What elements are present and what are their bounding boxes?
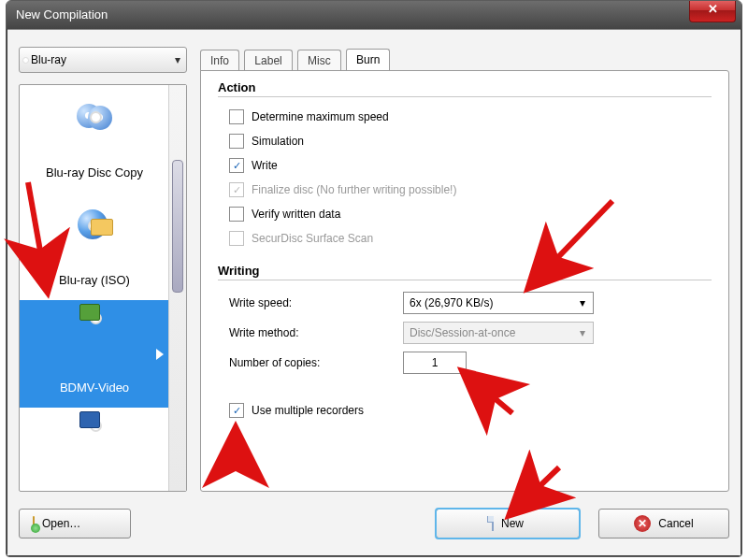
write-speed-label: Write speed: xyxy=(229,296,403,309)
write-speed-value: 6x (26,970 KB/s) xyxy=(410,296,493,309)
cancel-icon: ✕ xyxy=(634,515,651,532)
checkbox-use-multiple-recorders[interactable]: ✓Use multiple recorders xyxy=(229,398,712,423)
number-of-copies-label: Number of copies: xyxy=(229,356,403,369)
tab-info[interactable]: Info xyxy=(200,50,239,71)
disc-type-dropdown[interactable]: Blu-ray ▾ xyxy=(19,47,187,73)
selection-arrow-icon xyxy=(156,349,164,360)
list-item[interactable]: AVCHD(TM) video xyxy=(20,408,169,491)
checkbox-icon xyxy=(229,109,244,124)
window-title: New Compilation xyxy=(7,7,108,22)
list-item[interactable]: Blu-ray (ISO) xyxy=(20,193,169,300)
close-button[interactable]: ✕ xyxy=(689,1,736,22)
writing-heading: Writing xyxy=(218,264,712,278)
checkbox-verify-written-data[interactable]: Verify written data xyxy=(229,202,712,226)
checkbox-label: Write xyxy=(252,159,278,172)
checkbox-securdisc-scan: SecurDisc Surface Scan xyxy=(229,226,712,251)
checkbox-icon xyxy=(229,207,244,222)
checkbox-label: Use multiple recorders xyxy=(252,404,364,417)
client-area: Blu-ray ▾ Blu-ray Disc Copy Blu-ray (ISO… xyxy=(7,29,741,555)
write-speed-dropdown[interactable]: 6x (26,970 KB/s) ▾ xyxy=(403,292,594,314)
checkbox-label: Simulation xyxy=(252,135,304,148)
checkbox-label: Determine maximum speed xyxy=(252,110,389,123)
write-method-value: Disc/Session-at-once xyxy=(410,326,515,339)
divider xyxy=(218,96,712,97)
button-bar: Open… New ✕ Cancel xyxy=(19,503,729,544)
new-page-icon xyxy=(492,517,494,530)
tab-page-burn: Action Determine maximum speed Simulatio… xyxy=(200,70,729,492)
list-item-selected[interactable]: BDMV-Video xyxy=(20,300,169,408)
checkbox-label: SecurDisc Surface Scan xyxy=(252,232,373,245)
checkbox-icon xyxy=(229,231,244,246)
open-button[interactable]: Open… xyxy=(19,509,131,538)
list-item-label: AVCHD(TM) video xyxy=(20,488,169,491)
new-button[interactable]: New xyxy=(436,509,580,538)
list-item[interactable]: Blu-ray Disc Copy xyxy=(20,85,169,193)
checkbox-finalize-disc: ✓Finalize disc (No further writing possi… xyxy=(229,178,712,202)
window-frame: New Compilation ✕ Blu-ray ▾ Blu-ray Disc… xyxy=(6,0,742,557)
number-of-copies-input[interactable]: 1 xyxy=(403,352,467,374)
write-method-label: Write method: xyxy=(229,326,403,339)
checkbox-icon: ✓ xyxy=(229,403,244,418)
disc-copy-icon xyxy=(20,102,169,130)
cancel-button-label: Cancel xyxy=(658,517,693,530)
chevron-down-icon: ▾ xyxy=(574,294,591,311)
tab-burn[interactable]: Burn xyxy=(346,49,390,71)
checkbox-determine-max-speed[interactable]: Determine maximum speed xyxy=(229,105,712,129)
list-item-label: Blu-ray Disc Copy xyxy=(20,165,169,179)
checkbox-label: Verify written data xyxy=(252,208,340,221)
write-method-dropdown: Disc/Session-at-once ▾ xyxy=(403,322,594,344)
folder-open-icon xyxy=(33,517,35,530)
checkbox-write[interactable]: ✓Write xyxy=(229,153,712,178)
checkbox-icon: ✓ xyxy=(229,182,244,197)
chevron-down-icon: ▾ xyxy=(169,53,186,66)
tab-misc[interactable]: Misc xyxy=(297,50,341,71)
scrollbar[interactable] xyxy=(168,85,186,491)
disc-iso-icon xyxy=(20,209,169,241)
divider xyxy=(218,280,712,280)
compilation-type-list: Blu-ray Disc Copy Blu-ray (ISO) BDMV-Vid… xyxy=(19,84,187,492)
list-item-label: Blu-ray (ISO) xyxy=(20,273,169,287)
close-icon: ✕ xyxy=(708,2,718,16)
new-button-label: New xyxy=(501,517,524,530)
action-heading: Action xyxy=(218,80,712,94)
tab-strip: Info Label Misc Burn xyxy=(200,47,729,71)
checkbox-icon: ✓ xyxy=(229,158,244,173)
cancel-button[interactable]: ✕ Cancel xyxy=(598,509,729,538)
disc-type-label: Blu-ray xyxy=(31,53,169,66)
checkbox-label: Finalize disc (No further writing possib… xyxy=(252,183,456,196)
open-button-label: Open… xyxy=(42,517,80,530)
list-item-label: BDMV-Video xyxy=(20,381,169,395)
chevron-down-icon: ▾ xyxy=(574,324,591,341)
checkbox-simulation[interactable]: Simulation xyxy=(229,129,712,153)
scrollbar-thumb[interactable] xyxy=(172,160,183,293)
title-bar[interactable]: New Compilation ✕ xyxy=(7,1,741,29)
tab-label[interactable]: Label xyxy=(244,50,292,71)
checkbox-icon xyxy=(229,134,244,149)
